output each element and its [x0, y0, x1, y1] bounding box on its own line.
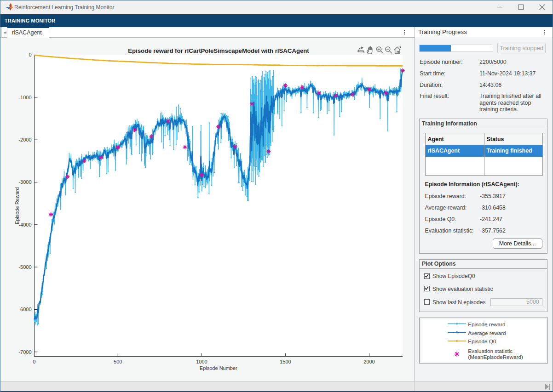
svg-text:500: 500: [114, 359, 122, 364]
svg-text:-1000: -1000: [18, 95, 31, 100]
svg-text:-6000: -6000: [18, 307, 31, 312]
svg-text:-5000: -5000: [18, 264, 31, 270]
svg-text:1000: 1000: [196, 359, 207, 364]
svg-text:-7000: -7000: [18, 349, 31, 355]
svg-text:Episode Reward: Episode Reward: [14, 187, 20, 224]
svg-text:-3000: -3000: [18, 179, 31, 185]
svg-text:2000: 2000: [363, 359, 374, 364]
svg-text:-4000: -4000: [18, 222, 31, 227]
svg-text:Episode Number: Episode Number: [200, 365, 237, 371]
svg-text:0: 0: [33, 359, 35, 364]
svg-text:-2000: -2000: [18, 137, 31, 142]
svg-text:0: 0: [29, 52, 31, 57]
svg-text:1500: 1500: [280, 359, 291, 364]
